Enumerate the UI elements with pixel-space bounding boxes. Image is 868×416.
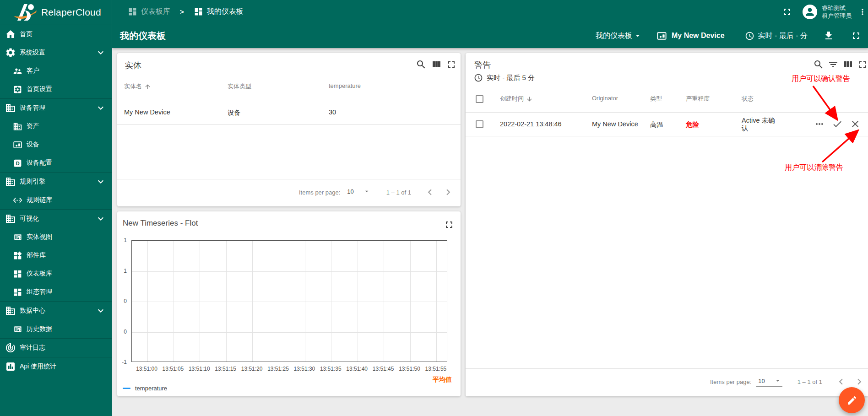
- alarm-row-actions: [814, 119, 861, 130]
- previous-page-icon[interactable]: [424, 186, 436, 198]
- items-per-page-label: Items per page:: [710, 378, 751, 385]
- fullscreen-icon[interactable]: [446, 59, 457, 70]
- sidebar-item-rule-chains[interactable]: 规则链库: [0, 191, 112, 209]
- next-page-icon[interactable]: [853, 376, 865, 388]
- view-quilt-icon: [13, 324, 22, 334]
- brand-logo-icon: [13, 3, 37, 22]
- column-header-status[interactable]: 状态: [742, 95, 754, 103]
- chart-legend[interactable]: temperature: [123, 385, 167, 392]
- search-icon[interactable]: [813, 59, 824, 70]
- sidebar-item-api-usage[interactable]: Api 使用统计: [0, 357, 112, 376]
- chevron-down-icon[interactable]: [95, 213, 106, 224]
- sidebar-item-rule-engine[interactable]: 规则引擎: [0, 173, 112, 191]
- sidebar-item-entity-views[interactable]: 实体视图: [0, 228, 112, 246]
- dashboard-icon: [194, 7, 203, 16]
- top-header-bar: 仪表板库 > 我的仪表板 睿珀测试 租户管理员: [112, 0, 868, 23]
- column-header-entity-type[interactable]: 实体类型: [228, 82, 251, 91]
- sort-descending-icon: [526, 96, 533, 103]
- building-icon: [5, 176, 16, 187]
- kebab-menu-icon[interactable]: [858, 6, 867, 17]
- sidebar-item-widget-library[interactable]: 部件库: [0, 246, 112, 265]
- dashboard-content: 实体 实体名 实体类型 temperature My New Device 设备…: [112, 48, 868, 416]
- page-size-select[interactable]: 10: [756, 377, 782, 387]
- chevron-down-icon[interactable]: [95, 47, 106, 58]
- chart-vertical-gridline: [279, 241, 279, 362]
- alarm-cell-severity: 危险: [686, 120, 699, 129]
- sort-ascending-icon: [144, 83, 151, 90]
- select-all-checkbox[interactable]: [476, 95, 483, 103]
- column-header-entity-name[interactable]: 实体名: [124, 82, 151, 91]
- page-size-select[interactable]: 10: [345, 188, 371, 197]
- filter-icon[interactable]: [828, 59, 839, 70]
- divider: [117, 179, 461, 179]
- aggregation-label[interactable]: 平均值: [433, 376, 452, 384]
- sidebar-item-scada-management[interactable]: 组态管理: [0, 283, 112, 301]
- column-header-type[interactable]: 类型: [650, 95, 662, 103]
- acknowledge-alarm-icon[interactable]: [832, 119, 843, 130]
- dashboard-select[interactable]: 我的仪表板: [596, 31, 642, 41]
- fullscreen-icon[interactable]: [781, 6, 792, 17]
- sidebar-item-home-settings[interactable]: 首页设置: [0, 80, 112, 98]
- alarms-timewindow[interactable]: 实时 - 最后 5 分: [474, 73, 535, 82]
- fullscreen-icon[interactable]: [851, 30, 862, 41]
- chevron-down-icon[interactable]: [95, 176, 106, 187]
- sidebar-item-system-settings[interactable]: 系统设置: [0, 43, 112, 62]
- sidebar-item-device-management[interactable]: 设备管理: [0, 99, 112, 117]
- entity-cell-temperature: 30: [329, 108, 336, 116]
- brand-name: RelaperCloud: [41, 7, 101, 18]
- sidebar-item-dashboard-library[interactable]: 仪表板库: [0, 265, 112, 283]
- sidebar-divider: [0, 376, 112, 376]
- previous-page-icon[interactable]: [835, 376, 847, 388]
- column-header-created-time[interactable]: 创建时间: [500, 95, 533, 103]
- breadcrumb-dashboard-library[interactable]: 仪表板库: [128, 7, 170, 16]
- avatar[interactable]: [803, 5, 817, 19]
- dashboard-icon: [13, 269, 22, 279]
- settings-ethernet-icon: [13, 195, 22, 205]
- column-header-originator[interactable]: Originator: [592, 95, 618, 102]
- sidebar-nav: 首页 系统设置 客户 首页设置 设备管理 资产 设备 设备配置 规则引擎 规则链…: [0, 25, 112, 376]
- device-entity-button[interactable]: My New Device: [656, 31, 725, 41]
- timewindow-button[interactable]: 实时 - 最后 - 分: [745, 31, 808, 41]
- columns-icon[interactable]: [842, 59, 853, 70]
- edit-dashboard-fab[interactable]: [839, 387, 865, 413]
- sidebar-item-data-center[interactable]: 数据中心: [0, 302, 112, 320]
- chart-y-tick-label: 0: [117, 298, 127, 304]
- user-info[interactable]: 睿珀测试 租户管理员: [822, 4, 852, 20]
- sidebar-item-customers[interactable]: 客户: [0, 62, 112, 80]
- chart-y-tick-label: 1: [117, 268, 127, 274]
- columns-icon[interactable]: [431, 59, 442, 70]
- column-header-temperature[interactable]: temperature: [329, 82, 361, 89]
- alarm-row-checkbox[interactable]: [476, 120, 483, 128]
- entities-table-widget: 实体 实体名 实体类型 temperature My New Device 设备…: [117, 53, 461, 206]
- fullscreen-icon[interactable]: [444, 219, 455, 230]
- chart-title: New Timeseries - Flot: [123, 219, 198, 228]
- people-icon: [13, 66, 22, 76]
- chart-plot-area[interactable]: [131, 240, 447, 362]
- sidebar-item-assets[interactable]: 资产: [0, 117, 112, 135]
- search-icon[interactable]: [416, 59, 427, 70]
- sidebar-item-visualization[interactable]: 可视化: [0, 210, 112, 228]
- top-actions: 睿珀测试 租户管理员: [781, 0, 868, 23]
- chart-vertical-gridline: [436, 241, 437, 362]
- download-icon[interactable]: [823, 30, 834, 41]
- sidebar-item-audit-logs[interactable]: 审计日志: [0, 339, 112, 357]
- chevron-down-icon[interactable]: [95, 103, 106, 113]
- fullscreen-icon[interactable]: [857, 59, 868, 70]
- divider: [466, 136, 868, 136]
- sidebar: RelaperCloud 首页 系统设置 客户 首页设置 设备管理 资产 设备 …: [0, 0, 112, 416]
- chart-vertical-gridline: [384, 241, 384, 362]
- chevron-down-icon[interactable]: [95, 305, 106, 316]
- sidebar-item-devices[interactable]: 设备: [0, 135, 112, 154]
- sidebar-item-home[interactable]: 首页: [0, 25, 112, 43]
- next-page-icon[interactable]: [442, 186, 454, 198]
- clear-alarm-icon[interactable]: [850, 119, 861, 130]
- sidebar-item-device-profiles[interactable]: 设备配置: [0, 154, 112, 172]
- clock-icon: [474, 73, 483, 82]
- breadcrumb-current-dashboard[interactable]: 我的仪表板: [194, 7, 244, 16]
- entity-cell-name[interactable]: My New Device: [124, 108, 170, 116]
- sidebar-item-history-data[interactable]: 历史数据: [0, 320, 112, 338]
- logo-row[interactable]: RelaperCloud: [0, 0, 112, 25]
- column-header-severity[interactable]: 严重程度: [686, 95, 710, 103]
- page-range-label: 1 – 1 of 1: [797, 378, 822, 385]
- more-actions-icon[interactable]: [814, 119, 825, 130]
